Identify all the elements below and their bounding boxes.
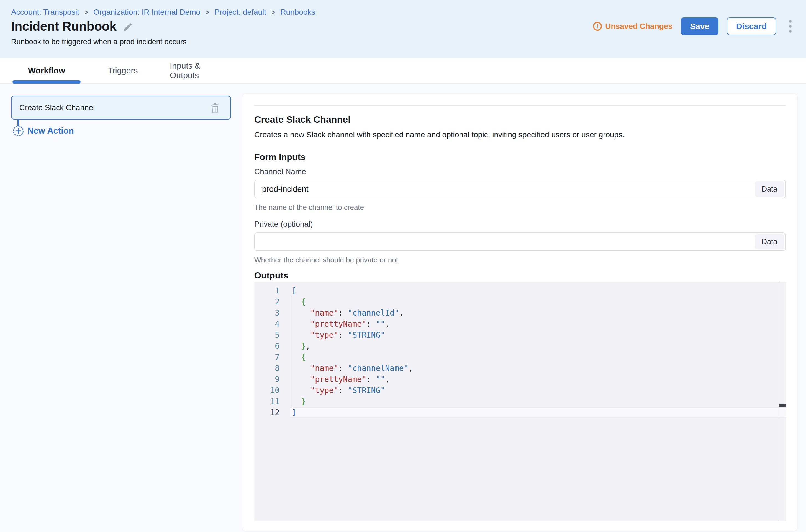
line-number: 1 <box>254 285 290 297</box>
line-number: 5 <box>254 330 290 341</box>
code-line-content: "name": "channelId", <box>290 307 786 319</box>
code-line[interactable]: 7 { <box>254 352 786 363</box>
tab-triggers-label: Triggers <box>108 66 138 75</box>
code-line[interactable]: 11 } <box>254 396 786 407</box>
private-data-button[interactable]: Data <box>755 234 784 249</box>
new-action-button[interactable]: New Action <box>13 126 74 136</box>
chevron-right-icon: > <box>85 8 88 17</box>
tab-inputs-outputs[interactable]: Inputs & Outputs <box>170 58 230 83</box>
action-detail-card: Create Slack Channel Creates a new Slack… <box>242 93 798 531</box>
chevron-right-icon: > <box>206 8 209 17</box>
chevron-right-icon: > <box>272 8 275 17</box>
code-line-content: } <box>290 396 786 407</box>
code-editor-lines: 1[2 {3 "name": "channelId",4 "prettyName… <box>254 285 786 418</box>
unsaved-changes-status: ! Unsaved Changes <box>593 22 673 31</box>
action-item-label: Create Slack Channel <box>19 103 209 112</box>
code-line-content: ] <box>290 407 786 418</box>
breadcrumb: Account: Transposit > Organization: IR I… <box>11 8 315 17</box>
code-line[interactable]: 12] <box>254 407 786 418</box>
breadcrumb-project-link[interactable]: Project: default <box>214 8 266 17</box>
form-inputs-heading: Form Inputs <box>254 151 786 163</box>
tab-triggers[interactable]: Triggers <box>100 58 145 83</box>
breadcrumb-runbooks-link[interactable]: Runbooks <box>280 8 315 17</box>
breadcrumb-account-link[interactable]: Account: Transposit <box>11 8 79 17</box>
save-button[interactable]: Save <box>681 17 718 35</box>
code-line-content: "type": "STRING" <box>290 330 786 341</box>
line-number: 2 <box>254 297 290 307</box>
code-line-content: "prettyName": "", <box>290 374 786 385</box>
action-connector-line <box>17 119 19 126</box>
page-header: Account: Transposit > Organization: IR I… <box>0 0 806 58</box>
code-line[interactable]: 6 }, <box>254 341 786 352</box>
workflow-tab-content: Create Slack Channel New Action Create S… <box>0 83 806 532</box>
code-line[interactable]: 2 { <box>254 297 786 307</box>
workflow-actions-panel: Create Slack Channel New Action <box>0 83 242 532</box>
code-line[interactable]: 5 "type": "STRING" <box>254 330 786 341</box>
code-line-content: }, <box>290 341 786 352</box>
outputs-heading: Outputs <box>254 270 786 281</box>
private-input[interactable] <box>254 232 786 251</box>
code-line[interactable]: 3 "name": "channelId", <box>254 307 786 319</box>
code-line[interactable]: 1[ <box>254 285 786 297</box>
page-title: Incident Runbook <box>11 19 116 34</box>
line-number: 11 <box>254 396 290 407</box>
action-detail-heading: Create Slack Channel <box>254 113 786 126</box>
action-detail-description: Creates a new Slack channel with specifi… <box>254 130 786 140</box>
breadcrumb-organization-link[interactable]: Organization: IR Internal Demo <box>93 8 200 17</box>
code-line-content: "prettyName": "", <box>290 319 786 330</box>
trash-icon[interactable] <box>209 101 221 114</box>
pencil-icon[interactable] <box>123 22 133 32</box>
tab-workflow[interactable]: Workflow <box>13 58 80 83</box>
tab-inputs-outputs-label: Inputs & Outputs <box>170 61 230 80</box>
channel-name-helper: The name of the channel to create <box>254 203 786 212</box>
code-line-content: "type": "STRING" <box>290 385 786 396</box>
outputs-code-editor[interactable]: 1[2 {3 "name": "channelId",4 "prettyName… <box>254 282 786 521</box>
line-number: 8 <box>254 363 290 374</box>
tab-workflow-label: Workflow <box>28 66 65 75</box>
private-helper: Whether the channel should be private or… <box>254 255 786 264</box>
editor-vertical-ruler <box>778 282 779 521</box>
action-item-create-slack-channel[interactable]: Create Slack Channel <box>11 96 231 119</box>
line-number: 12 <box>254 407 290 418</box>
page-subtitle: Runbook to be triggered when a prod inci… <box>11 38 186 46</box>
channel-name-label: Channel Name <box>254 167 786 176</box>
editor-scrollbar-thumb[interactable] <box>779 403 786 407</box>
line-number: 7 <box>254 352 290 363</box>
new-action-label: New Action <box>28 126 74 136</box>
code-line[interactable]: 8 "name": "channelName", <box>254 363 786 374</box>
code-line[interactable]: 4 "prettyName": "", <box>254 319 786 330</box>
active-tab-underline <box>13 80 80 83</box>
line-number: 9 <box>254 374 290 385</box>
line-number: 3 <box>254 307 290 319</box>
code-line[interactable]: 9 "prettyName": "", <box>254 374 786 385</box>
channel-name-data-button[interactable]: Data <box>755 181 784 197</box>
plus-circle-icon <box>13 126 23 136</box>
tab-bar: Workflow Triggers Inputs & Outputs <box>0 58 806 83</box>
private-label: Private (optional) <box>254 220 786 229</box>
line-number: 6 <box>254 341 290 352</box>
code-line-content: [ <box>290 285 786 297</box>
code-line-content: { <box>290 297 786 307</box>
code-line-content: { <box>290 352 786 363</box>
channel-name-field: Data <box>254 179 786 198</box>
warning-icon: ! <box>593 22 602 31</box>
channel-name-input[interactable] <box>254 179 786 198</box>
line-number: 10 <box>254 385 290 396</box>
kebab-menu-icon[interactable] <box>786 17 795 35</box>
line-number: 4 <box>254 319 290 330</box>
detail-top-divider <box>254 106 786 106</box>
code-line-content: "name": "channelName", <box>290 363 786 374</box>
code-line[interactable]: 10 "type": "STRING" <box>254 385 786 396</box>
discard-button[interactable]: Discard <box>727 17 776 35</box>
indent-guide-line <box>291 297 291 407</box>
private-field: Data <box>254 232 786 251</box>
unsaved-changes-label: Unsaved Changes <box>605 22 673 31</box>
